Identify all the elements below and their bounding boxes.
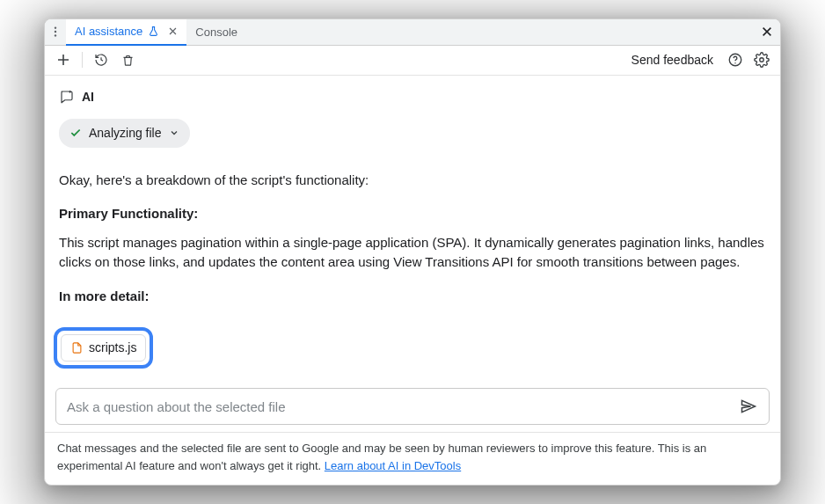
response-intro: Okay, here's a breakdown of the script's… bbox=[59, 171, 766, 191]
chevron-down-icon bbox=[169, 128, 179, 138]
send-button[interactable] bbox=[735, 393, 762, 420]
selected-file-name: scripts.js bbox=[89, 339, 136, 357]
selected-file-pill[interactable]: scripts.js bbox=[61, 334, 146, 362]
toolbar: Send feedback bbox=[45, 46, 780, 76]
separator bbox=[82, 52, 83, 68]
more-tabs-icon[interactable] bbox=[45, 19, 66, 45]
send-feedback-link[interactable]: Send feedback bbox=[624, 53, 720, 67]
ai-label: AI bbox=[82, 88, 94, 106]
selected-file-highlight: scripts.js bbox=[54, 327, 153, 369]
settings-icon[interactable] bbox=[750, 48, 773, 71]
close-tab-icon[interactable] bbox=[168, 26, 178, 36]
tab-bar: AI assistance Console bbox=[45, 19, 780, 46]
disclaimer-footer: Chat messages and the selected file are … bbox=[45, 432, 780, 485]
tab-label: Console bbox=[195, 26, 237, 39]
chat-input-row bbox=[55, 388, 770, 425]
tab-console[interactable]: Console bbox=[186, 19, 246, 45]
status-text: Analyzing file bbox=[89, 124, 162, 142]
delete-button[interactable] bbox=[116, 48, 139, 71]
tab-label: AI assistance bbox=[75, 25, 142, 38]
ai-sparkle-icon bbox=[59, 89, 75, 105]
file-icon bbox=[70, 341, 84, 354]
response-primary-body: This script manages pagination within a … bbox=[59, 233, 766, 273]
status-chip[interactable]: Analyzing file bbox=[59, 119, 190, 148]
svg-point-2 bbox=[55, 34, 56, 36]
chat-content: AI Analyzing file Okay, here's a breakdo… bbox=[45, 76, 780, 385]
flask-icon bbox=[148, 26, 159, 37]
ai-header: AI bbox=[59, 88, 766, 106]
response-primary-title: Primary Functionality: bbox=[59, 204, 766, 224]
response-detail-title: In more detail: bbox=[59, 287, 766, 307]
svg-point-1 bbox=[55, 31, 56, 33]
svg-point-4 bbox=[734, 62, 735, 63]
tab-ai-assistance[interactable]: AI assistance bbox=[66, 19, 186, 46]
close-panel-icon[interactable] bbox=[754, 19, 780, 45]
history-button[interactable] bbox=[90, 48, 113, 71]
help-icon[interactable] bbox=[724, 48, 747, 71]
svg-point-0 bbox=[55, 27, 56, 29]
svg-point-5 bbox=[760, 58, 764, 62]
chat-input[interactable] bbox=[67, 399, 735, 414]
check-icon bbox=[69, 127, 82, 139]
learn-more-link[interactable]: Learn about AI in DevTools bbox=[325, 459, 461, 472]
devtools-panel: AI assistance Console bbox=[44, 18, 781, 486]
new-chat-button[interactable] bbox=[52, 48, 75, 71]
